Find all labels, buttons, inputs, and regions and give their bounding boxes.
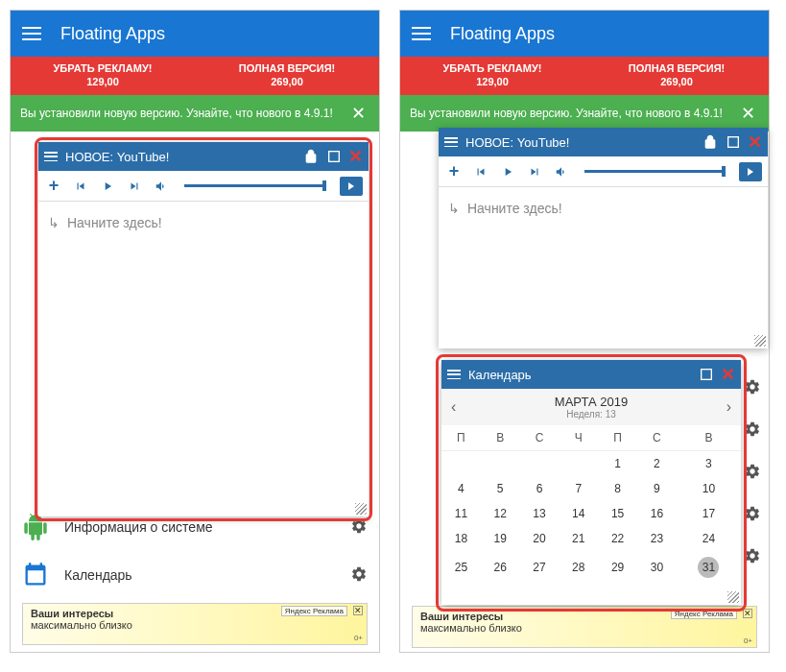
calendar-cell[interactable]: 12 (481, 501, 520, 526)
play-icon[interactable] (98, 177, 117, 196)
calendar-cell[interactable]: 15 (598, 501, 637, 526)
start-prompt[interactable]: ↳ Начните здесь! (439, 187, 768, 229)
player-controls: + (38, 171, 369, 202)
promo-remove-ads[interactable]: УБРАТЬ РЕКЛАМУ!129,00 (11, 57, 195, 95)
calendar-cell[interactable]: 26 (481, 551, 520, 584)
volume-slider[interactable] (184, 184, 326, 187)
resize-handle[interactable] (727, 591, 739, 603)
calendar-cell[interactable]: 8 (598, 476, 637, 501)
prev-icon[interactable] (471, 162, 490, 181)
calendar-cell[interactable]: 4 (441, 476, 481, 501)
maximize-icon[interactable] (725, 133, 742, 151)
ad-banner[interactable]: Ваши интересы максимально близко Яндекс … (412, 606, 757, 648)
ad-banner[interactable]: Ваши интересы максимально близко Яндекс … (22, 603, 368, 645)
start-prompt[interactable]: ↳ Начните здесь! (38, 202, 369, 244)
gear-icon[interactable] (350, 565, 368, 586)
resize-handle[interactable] (355, 503, 367, 515)
calendar-cell[interactable]: 25 (441, 551, 481, 584)
add-button[interactable]: + (44, 177, 63, 196)
menu-icon[interactable] (447, 370, 461, 379)
calendar-cell[interactable]: 19 (481, 526, 520, 551)
calendar-cell[interactable]: 17 (677, 501, 741, 526)
window-title: НОВОЕ: YouTube! (65, 150, 297, 164)
close-icon[interactable]: ✕ (737, 103, 759, 124)
ad-close-icon[interactable]: ✕ (353, 606, 363, 615)
next-month-button[interactable]: › (717, 398, 741, 416)
ad-close-icon[interactable]: ✕ (743, 609, 752, 618)
close-icon[interactable]: ✕ (348, 146, 363, 167)
menu-icon[interactable] (444, 137, 458, 147)
window-title: Календарь (468, 368, 692, 382)
calendar-cell[interactable]: 3 (677, 451, 741, 477)
menu-icon[interactable] (412, 27, 431, 40)
calendar-cell[interactable]: 30 (637, 551, 677, 584)
floating-youtube-window[interactable]: НОВОЕ: YouTube! ✕ + ↳ Начните здесь! (439, 128, 768, 348)
calendar-cell[interactable]: 22 (598, 526, 637, 551)
floating-youtube-window[interactable]: НОВОЕ: YouTube! ✕ + ↳ Начните здесь! (38, 142, 369, 516)
cast-icon[interactable] (739, 162, 762, 181)
svg-rect-2 (702, 370, 712, 380)
calendar-cell[interactable]: 11 (441, 501, 481, 526)
calendar-cell[interactable]: 2 (637, 451, 677, 477)
promo-full-version[interactable]: ПОЛНАЯ ВЕРСИЯ!269,00 (195, 57, 379, 95)
close-icon[interactable]: ✕ (748, 132, 762, 153)
volume-slider[interactable] (584, 170, 726, 173)
resize-handle[interactable] (754, 335, 766, 347)
window-titlebar[interactable]: НОВОЕ: YouTube! ✕ (38, 142, 369, 171)
calendar-cell[interactable]: 7 (559, 476, 598, 501)
calendar-cell[interactable]: 9 (637, 476, 677, 501)
calendar-cell[interactable]: 29 (598, 551, 637, 584)
promo-full-version[interactable]: ПОЛНАЯ ВЕРСИЯ!269,00 (584, 57, 769, 95)
next-icon[interactable] (125, 177, 144, 196)
volume-icon[interactable] (552, 162, 571, 181)
redo-icon: ↳ (48, 215, 60, 230)
volume-icon[interactable] (152, 177, 171, 196)
lock-icon[interactable] (702, 133, 719, 151)
android-icon (22, 514, 49, 540)
prev-icon[interactable] (71, 177, 90, 196)
maximize-icon[interactable] (325, 148, 343, 165)
update-banner[interactable]: Вы установили новую версию. Узнайте, что… (11, 95, 379, 132)
calendar-cell[interactable]: 10 (677, 476, 741, 501)
promo-bar[interactable]: УБРАТЬ РЕКЛАМУ!129,00 ПОЛНАЯ ВЕРСИЯ!269,… (400, 57, 769, 95)
list-item-calendar[interactable]: Календарь (11, 551, 379, 599)
lock-icon[interactable] (302, 148, 320, 165)
calendar-cell[interactable]: 6 (520, 476, 560, 501)
calendar-cell[interactable]: 31 (677, 551, 741, 584)
prev-month-button[interactable]: ‹ (441, 398, 465, 416)
promo-bar[interactable]: УБРАТЬ РЕКЛАМУ!129,00 ПОЛНАЯ ВЕРСИЯ!269,… (11, 57, 379, 95)
calendar-cell[interactable]: 5 (481, 476, 520, 501)
calendar-cell[interactable]: 23 (637, 526, 677, 551)
calendar-cell[interactable]: 1 (598, 451, 637, 477)
cast-icon[interactable] (340, 177, 363, 196)
ad-line2: максимально близко (420, 622, 749, 634)
next-icon[interactable] (525, 162, 544, 181)
calendar-cell[interactable]: 27 (520, 551, 560, 584)
calendar-cell[interactable]: 14 (559, 501, 598, 526)
svg-rect-0 (329, 152, 340, 162)
menu-icon[interactable] (44, 152, 58, 161)
menu-icon[interactable] (22, 27, 41, 40)
calendar-header: ‹ МАРТА 2019 Неделя: 13 › (441, 389, 741, 425)
window-title: НОВОЕ: YouTube! (465, 135, 696, 150)
calendar-cell[interactable]: 28 (559, 551, 598, 584)
maximize-icon[interactable] (698, 366, 715, 383)
add-button[interactable]: + (444, 162, 464, 181)
window-titlebar[interactable]: Календарь ✕ (441, 360, 741, 389)
floating-calendar-window[interactable]: Календарь ✕ ‹ МАРТА 2019 Неделя: 13 › ПВ… (441, 360, 741, 605)
gear-icon[interactable] (350, 517, 368, 538)
calendar-cell[interactable]: 24 (677, 526, 741, 551)
window-titlebar[interactable]: НОВОЕ: YouTube! ✕ (439, 128, 768, 156)
close-icon[interactable]: ✕ (347, 103, 369, 124)
calendar-cell[interactable]: 16 (637, 501, 677, 526)
calendar-cell[interactable]: 21 (559, 526, 598, 551)
update-banner[interactable]: Вы установили новую версию. Узнайте, что… (400, 95, 769, 132)
calendar-cell[interactable]: 13 (520, 501, 560, 526)
list-label: Календарь (64, 567, 132, 583)
calendar-cell[interactable]: 18 (441, 526, 481, 551)
close-icon[interactable]: ✕ (721, 364, 735, 385)
calendar-cell[interactable]: 20 (520, 526, 560, 551)
play-icon[interactable] (498, 162, 517, 181)
promo-remove-ads[interactable]: УБРАТЬ РЕКЛАМУ!129,00 (400, 57, 584, 95)
player-controls: + (439, 156, 768, 187)
